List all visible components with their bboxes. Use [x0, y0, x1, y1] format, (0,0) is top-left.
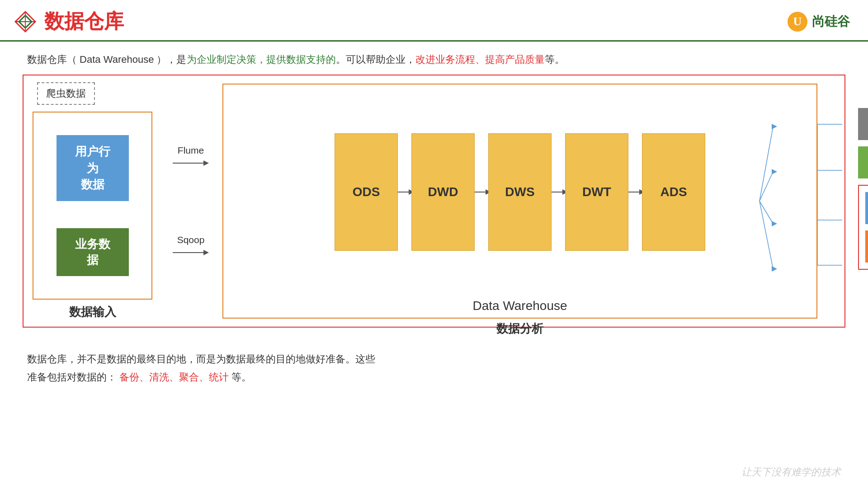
brand-icon: U: [787, 11, 808, 33]
user-data-block: 用户行为数据: [57, 135, 129, 201]
ml-box: 机器学习: [865, 230, 868, 263]
dw-label: Data Warehouse: [472, 299, 567, 313]
data-input-section: 爬虫数据 用户行为数据 业务数据 数据输入: [24, 75, 159, 327]
dws-dwt-arrow-icon: [552, 188, 565, 197]
intro-part3: 。可以帮助企业，: [336, 54, 415, 65]
business-data-block: 业务数据: [57, 228, 129, 276]
sqoop-label: Sqoop: [177, 235, 205, 245]
output-label: 数据输出: [858, 278, 868, 294]
flume-label: Flume: [178, 145, 204, 156]
crawler-box: 爬虫数据: [37, 82, 95, 105]
dwt-ads-arrow-icon: [628, 188, 642, 197]
intro-text: 数据仓库（ Data Warehouse ），是为企业制定决策，提供数据支持的。…: [0, 42, 868, 75]
flume-connector: Flume: [173, 145, 209, 168]
intro-part5: 等。: [545, 54, 565, 65]
header-left: 数据仓库: [14, 8, 124, 35]
output-arrows-svg: [817, 75, 844, 328]
logo-diamond-icon: [14, 10, 37, 33]
svg-text:U: U: [793, 15, 802, 28]
ods-dwd-arrow-icon: [398, 188, 411, 197]
svg-marker-9: [203, 250, 209, 255]
page-title: 数据仓库: [44, 8, 124, 35]
bottom-text: 数据仓库，并不是数据的最终目的地，而是为数据最终的目的地做好准备。这些 准备包括…: [0, 328, 868, 395]
recommend-system-box: 推荐系统: [865, 192, 868, 224]
output-inner-box: 推荐系统 机器学习: [858, 185, 868, 270]
sqoop-connector: Sqoop: [173, 235, 209, 257]
intro-highlight-red: 改进业务流程、提高产品质量: [415, 54, 545, 65]
dw-layers: ODS DWD DWS DWT ADS: [335, 133, 705, 251]
header: 数据仓库 U 尚硅谷: [0, 0, 868, 42]
bottom-line1: 数据仓库，并不是数据的最终目的地，而是为数据最终的目的地做好准备。这些: [27, 350, 841, 368]
dw-ads: ADS: [642, 133, 705, 251]
output-arrows-section: [817, 75, 844, 327]
flume-arrow-icon: [173, 159, 209, 168]
brand-logo: U 尚硅谷: [787, 11, 850, 33]
brand-name: 尚硅谷: [812, 13, 850, 30]
dw-section: ODS DWD DWS DWT ADS: [222, 84, 817, 319]
main-diagram: 爬虫数据 用户行为数据 业务数据 数据输入 Flume: [23, 75, 845, 328]
bottom-line2: 准备包括对数据的： 备份、清洗、聚合、统计 等。: [27, 368, 841, 386]
watermark: 让天下没有难学的技术: [741, 465, 841, 479]
dw-dws: DWS: [488, 133, 552, 251]
sqoop-arrow-icon: [173, 248, 209, 257]
dwd-dws-arrow-icon: [475, 188, 488, 197]
user-profile-box: 用户画像: [858, 146, 868, 178]
crawler-label: 爬虫数据: [46, 88, 86, 99]
intro-part1: 数据仓库（ Data Warehouse ），是: [27, 54, 187, 65]
report-system-box: 报表系统: [858, 108, 868, 140]
dw-dwd: DWD: [411, 133, 475, 251]
svg-marker-7: [203, 160, 209, 166]
page-wrapper: 数据仓库 U 尚硅谷 数据仓库（ Data Warehouse ），是为企业制定…: [0, 0, 868, 488]
intro-highlight-green: 为企业制定决策，提供数据支持的: [187, 54, 336, 65]
dw-dwt: DWT: [565, 133, 628, 251]
dw-ods: ODS: [335, 133, 398, 251]
output-section: 报表系统 用户画像 推荐系统 机器学习 数据输出: [858, 108, 868, 294]
analysis-label: 数据分析: [496, 321, 543, 337]
connector-section: Flume Sqoop: [159, 75, 222, 327]
input-inner-box: 用户行为数据 业务数据: [33, 112, 152, 300]
input-label: 数据输入: [33, 304, 152, 320]
bottom-highlight: 备份、清洗、聚合、统计: [119, 371, 229, 383]
